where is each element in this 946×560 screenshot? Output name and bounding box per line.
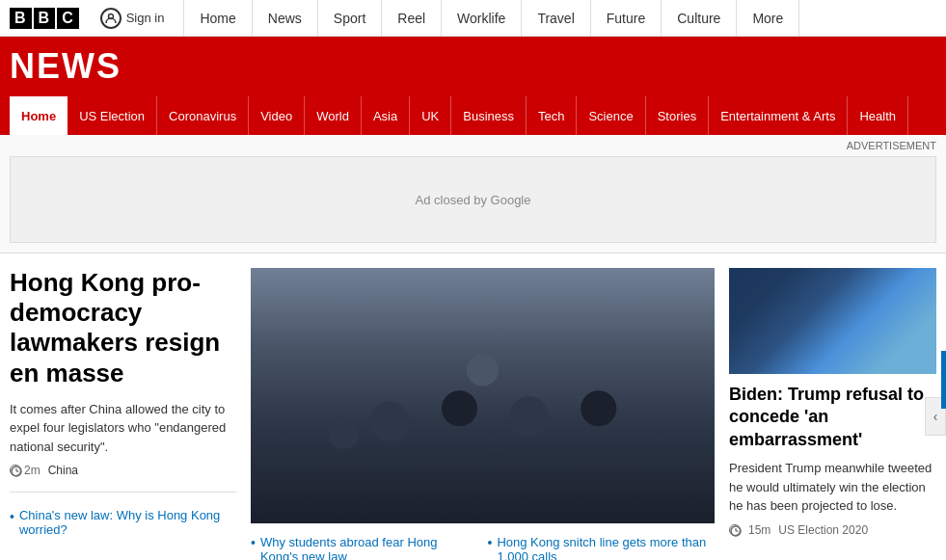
time-ago: 2m <box>24 464 41 477</box>
news-title: NEWS <box>10 46 936 87</box>
secondary-nav-stories[interactable]: Stories <box>646 96 709 135</box>
time-meta: 2m <box>10 464 41 477</box>
center-image[interactable] <box>251 268 715 523</box>
advertisement-area: ADVERTISEMENT Ad closed by Google <box>0 135 946 253</box>
bbc-logo-b: B <box>10 8 32 29</box>
center-bullets: Why students abroad fear Hong Kong's new… <box>251 535 715 560</box>
right-image[interactable] <box>729 268 936 374</box>
center-bullet-1[interactable]: Why students abroad fear Hong Kong's new… <box>251 535 478 560</box>
nav-more[interactable]: More <box>737 0 799 36</box>
nav-worklife[interactable]: Worklife <box>442 0 522 36</box>
secondary-nav-health[interactable]: Health <box>848 96 908 135</box>
bbc-logo-c: C <box>57 8 79 29</box>
main-headline[interactable]: Hong Kong pro-democracy lawmakers resign… <box>10 268 236 388</box>
nav-reel[interactable]: Reel <box>382 0 442 36</box>
bbc-logo[interactable]: B B C <box>10 8 81 29</box>
biden-photo <box>729 268 936 374</box>
related-link-1[interactable]: China's new law: Why is Hong Kong worrie… <box>10 502 236 543</box>
secondary-nav-uk[interactable]: UK <box>410 96 451 135</box>
meta-info: 2m China <box>10 464 236 477</box>
secondary-nav-tech[interactable]: Tech <box>527 96 577 135</box>
ad-label: ADVERTISEMENT <box>10 140 936 151</box>
main-description: It comes after China allowed the city to… <box>10 400 236 457</box>
right-clock-icon <box>729 524 741 536</box>
center-column: Why students abroad fear Hong Kong's new… <box>251 268 715 560</box>
nav-sport[interactable]: Sport <box>318 0 382 36</box>
nav-culture[interactable]: Culture <box>662 0 737 36</box>
nav-home[interactable]: Home <box>183 0 252 36</box>
nav-news[interactable]: News <box>253 0 318 36</box>
top-nav-links: Home News Sport Reel Worklife Travel Fut… <box>183 0 936 36</box>
left-column: Hong Kong pro-democracy lawmakers resign… <box>10 268 236 560</box>
right-description: President Trump meanwhile tweeted he wou… <box>729 459 936 516</box>
center-bullet-2[interactable]: Hong Kong snitch line gets more than 1,0… <box>488 535 716 560</box>
secondary-nav-entertainment[interactable]: Entertainment & Arts <box>709 96 848 135</box>
nav-future[interactable]: Future <box>591 0 662 36</box>
ad-box: Ad closed by Google <box>10 156 936 243</box>
secondary-nav-us-election[interactable]: US Election <box>68 96 157 135</box>
right-column: Biden: Trump refusal to concede 'an emba… <box>729 268 936 560</box>
top-navigation: B B C Sign in Home News Sport Reel Workl… <box>0 0 946 37</box>
bbc-logo-b2: B <box>34 8 56 29</box>
right-headline[interactable]: Biden: Trump refusal to concede 'an emba… <box>729 384 936 451</box>
chevron-left-icon: ‹ <box>933 409 938 424</box>
ad-closed-text: Ad closed by Google <box>416 193 531 207</box>
sign-in-label: Sign in <box>126 11 165 25</box>
news-header: NEWS <box>0 37 946 96</box>
clock-icon <box>10 465 21 476</box>
right-story-tag[interactable]: US Election 2020 <box>778 523 868 537</box>
secondary-nav-asia[interactable]: Asia <box>362 96 410 135</box>
secondary-nav-science[interactable]: Science <box>577 96 645 135</box>
secondary-nav-world[interactable]: World <box>305 96 362 135</box>
right-time-ago: 15m <box>748 523 770 537</box>
secondary-nav-coronavirus[interactable]: Coronavirus <box>157 96 249 135</box>
main-content: Hong Kong pro-democracy lawmakers resign… <box>0 253 946 560</box>
nav-travel[interactable]: Travel <box>522 0 590 36</box>
right-meta: 15m US Election 2020 <box>729 523 936 537</box>
crowd-image <box>251 268 715 523</box>
secondary-nav-video[interactable]: Video <box>249 96 305 135</box>
secondary-navigation: Home US Election Coronavirus Video World… <box>0 96 946 135</box>
user-icon <box>100 8 122 29</box>
scroll-indicator <box>941 351 946 409</box>
related-links: China's new law: Why is Hong Kong worrie… <box>10 492 236 543</box>
secondary-nav-business[interactable]: Business <box>451 96 527 135</box>
sign-in-button[interactable]: Sign in <box>100 8 165 29</box>
secondary-nav-home[interactable]: Home <box>10 96 68 135</box>
story-tag[interactable]: China <box>48 464 78 477</box>
